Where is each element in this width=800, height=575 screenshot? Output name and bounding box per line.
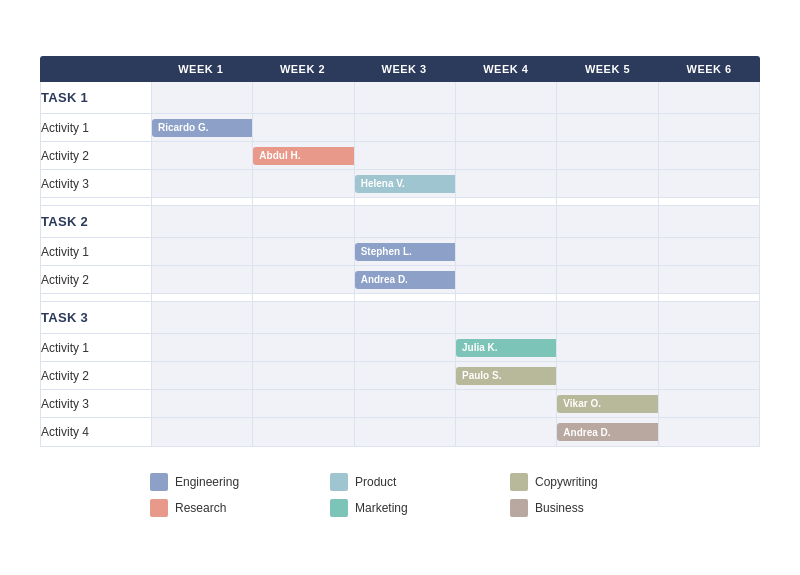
activity-label: Activity 3: [41, 170, 151, 197]
week-cell: [151, 266, 252, 293]
week-cell: [455, 390, 556, 417]
week-cell: [354, 418, 455, 446]
week-cell: [354, 142, 455, 169]
week-header-3: WEEK 3: [353, 56, 455, 82]
week-cell: [556, 142, 657, 169]
week-cell: Helena V.: [354, 170, 455, 197]
legend-label-product: Product: [355, 475, 396, 489]
week-cell: [455, 142, 556, 169]
week-cell: [658, 334, 759, 361]
legend-item-engineering: Engineering: [150, 473, 330, 491]
legend-item-research: Research: [150, 499, 330, 517]
gantt-label-col: [40, 56, 150, 82]
week-cell: [252, 418, 353, 446]
week-cell: [252, 170, 353, 197]
week-cell: Ricardo G.: [151, 114, 252, 141]
week-cell: [252, 266, 353, 293]
week-cell: [151, 390, 252, 417]
week-cell: [354, 114, 455, 141]
legend-label-marketing: Marketing: [355, 501, 408, 515]
week-cell: [455, 170, 556, 197]
week-cell: [658, 266, 759, 293]
week-cell: Abdul H.: [252, 142, 353, 169]
activity-row: Activity 1Ricardo G.: [41, 114, 759, 142]
legend-label-business: Business: [535, 501, 584, 515]
legend-item-marketing: Marketing: [330, 499, 510, 517]
legend-item-copywriting: Copywriting: [510, 473, 690, 491]
week-cell: [354, 362, 455, 389]
week-cell: Andrea D.: [556, 418, 657, 446]
task-label-task2: TASK 2: [41, 206, 151, 237]
activity-label: Activity 2: [41, 362, 151, 389]
legend-swatch-marketing: [330, 499, 348, 517]
activity-label: Activity 1: [41, 238, 151, 265]
week-cell: [151, 238, 252, 265]
task-header-task3: TASK 3: [41, 302, 759, 334]
activity-row: Activity 2Paulo S.: [41, 362, 759, 390]
task-header-task1: TASK 1: [41, 82, 759, 114]
week-header-6: WEEK 6: [658, 56, 760, 82]
week-cell: Stephen L.: [354, 238, 455, 265]
week-cell: Vikar O.: [556, 390, 657, 417]
activity-row: Activity 4Andrea D.: [41, 418, 759, 446]
week-cell: [354, 334, 455, 361]
legend-swatch-research: [150, 499, 168, 517]
week-cell: [556, 334, 657, 361]
gantt-header: WEEK 1 WEEK 2 WEEK 3 WEEK 4 WEEK 5 WEEK …: [40, 56, 760, 82]
week-cell: [151, 142, 252, 169]
legend-label-engineering: Engineering: [175, 475, 239, 489]
week-cell: [252, 362, 353, 389]
week-cell: [556, 266, 657, 293]
activity-label: Activity 3: [41, 390, 151, 417]
legend-item-product: Product: [330, 473, 510, 491]
activity-row: Activity 2Abdul H.: [41, 142, 759, 170]
week-cell: [252, 390, 353, 417]
week-cell: [455, 114, 556, 141]
week-cell: [658, 390, 759, 417]
week-cell: [252, 114, 353, 141]
week-cell: Julia K.: [455, 334, 556, 361]
legend-label-copywriting: Copywriting: [535, 475, 598, 489]
week-cell: [658, 362, 759, 389]
legend-label-research: Research: [175, 501, 226, 515]
activity-label: Activity 4: [41, 418, 151, 446]
gantt-body: TASK 1Activity 1Ricardo G.Activity 2Abdu…: [40, 82, 760, 447]
activity-label: Activity 1: [41, 114, 151, 141]
week-cell: [151, 334, 252, 361]
week-cell: [354, 390, 455, 417]
week-header-4: WEEK 4: [455, 56, 557, 82]
week-cell: [658, 238, 759, 265]
activity-row: Activity 2Andrea D.: [41, 266, 759, 294]
legend-swatch-product: [330, 473, 348, 491]
gantt-chart: WEEK 1 WEEK 2 WEEK 3 WEEK 4 WEEK 5 WEEK …: [40, 56, 760, 447]
week-cell: [556, 238, 657, 265]
legend-item-business: Business: [510, 499, 690, 517]
week-header-2: WEEK 2: [252, 56, 354, 82]
legend-swatch-copywriting: [510, 473, 528, 491]
activity-label: Activity 1: [41, 334, 151, 361]
week-cell: [658, 114, 759, 141]
task-separator: [41, 294, 759, 302]
week-cell: [455, 418, 556, 446]
week-cell: Paulo S.: [455, 362, 556, 389]
activity-label: Activity 2: [41, 266, 151, 293]
week-cell: [455, 238, 556, 265]
week-cell: [556, 170, 657, 197]
task-header-task2: TASK 2: [41, 206, 759, 238]
activity-row: Activity 1Julia K.: [41, 334, 759, 362]
week-cell: [556, 114, 657, 141]
week-cell: [151, 170, 252, 197]
activity-row: Activity 3Vikar O.: [41, 390, 759, 418]
week-cell: [658, 142, 759, 169]
week-cell: [556, 362, 657, 389]
week-cell: [151, 362, 252, 389]
week-cell: Andrea D.: [354, 266, 455, 293]
week-cell: [455, 266, 556, 293]
activity-row: Activity 3Helena V.: [41, 170, 759, 198]
week-cell: [658, 170, 759, 197]
task-separator: [41, 198, 759, 206]
week-header-5: WEEK 5: [557, 56, 659, 82]
week-cell: [658, 418, 759, 446]
activity-row: Activity 1Stephen L.: [41, 238, 759, 266]
week-cell: [151, 418, 252, 446]
